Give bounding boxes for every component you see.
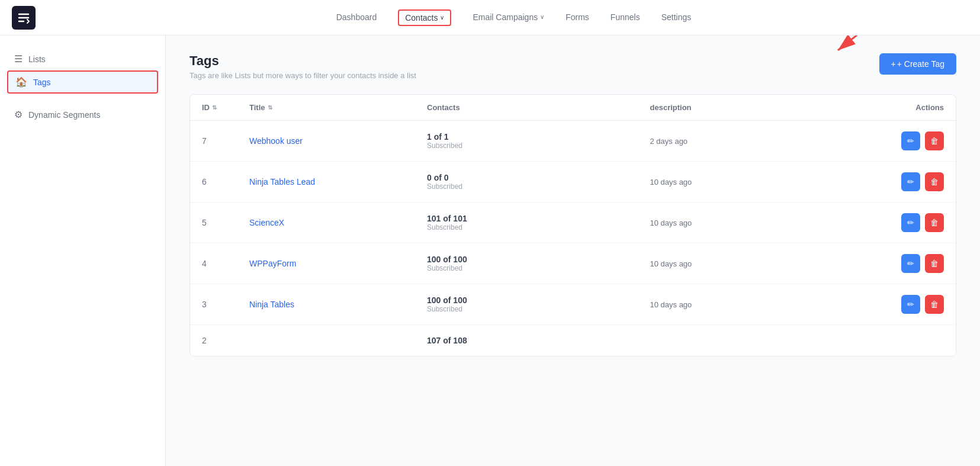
contacts-count: 1 of 1 <box>427 132 650 142</box>
create-btn-container: + + Create Tag <box>879 53 956 75</box>
row-actions: ✏ 🗑 <box>873 254 944 273</box>
row-id: 7 <box>202 136 249 146</box>
row-id: 6 <box>202 177 249 187</box>
nav-funnels[interactable]: Funnels <box>611 12 640 23</box>
col-title: Title ⇅ <box>249 103 427 112</box>
contacts-sub: Subscribed <box>427 305 650 313</box>
contacts-sub: Subscribed <box>427 264 650 272</box>
row-contacts: 101 of 101 Subscribed <box>427 214 650 232</box>
row-actions: ✏ 🗑 <box>873 295 944 314</box>
page-title: Tags <box>189 53 416 69</box>
row-id: 5 <box>202 218 249 227</box>
nav-email-campaigns[interactable]: Email Campaigns ∨ <box>473 12 544 23</box>
edit-button[interactable]: ✏ <box>901 295 920 314</box>
email-campaigns-chevron-icon: ∨ <box>540 14 544 20</box>
tags-icon: 🏠 <box>15 76 27 88</box>
delete-button[interactable]: 🗑 <box>925 213 944 232</box>
contacts-chevron-icon: ∨ <box>440 14 444 21</box>
row-contacts: 100 of 100 Subscribed <box>427 255 650 272</box>
row-id: 2 <box>202 336 249 345</box>
top-navigation: Dashboard Contacts ∨ Email Campaigns ∨ F… <box>0 0 980 36</box>
contacts-count: 0 of 0 <box>427 173 650 182</box>
create-tag-plus-icon: + <box>891 59 896 69</box>
table-row: 6 Ninja Tables Lead 0 of 0 Subscribed 10… <box>190 162 956 203</box>
arrow-annotation: + + Create Tag <box>879 53 956 75</box>
contacts-count: 100 of 100 <box>427 255 650 264</box>
table-row: 3 Ninja Tables 100 of 100 Subscribed 10 … <box>190 284 956 325</box>
row-contacts: 100 of 100 Subscribed <box>427 295 650 313</box>
row-title[interactable]: Ninja Tables Lead <box>249 177 427 187</box>
page-title-section: Tags Tags are like Lists but more ways t… <box>189 53 416 80</box>
sidebar-item-tags[interactable]: 🏠 Tags <box>7 70 158 94</box>
row-contacts: 0 of 0 Subscribed <box>427 173 650 191</box>
row-description: 10 days ago <box>650 218 873 227</box>
edit-button[interactable]: ✏ <box>901 254 920 273</box>
row-id: 4 <box>202 259 249 268</box>
nav-links: Dashboard Contacts ∨ Email Campaigns ∨ F… <box>59 9 968 26</box>
app-logo[interactable] <box>12 6 36 30</box>
table-header: ID ⇅ Title ⇅ Contacts description Action… <box>190 95 956 121</box>
delete-button[interactable]: 🗑 <box>925 295 944 314</box>
red-arrow-svg <box>826 36 873 56</box>
row-id: 3 <box>202 300 249 309</box>
table-row: 7 Webhook user 1 of 1 Subscribed 2 days … <box>190 121 956 162</box>
row-title[interactable]: Ninja Tables <box>249 300 427 309</box>
page-layout: ☰ Lists 🏠 Tags ⚙ Dynamic Segments Tags T… <box>0 36 980 466</box>
row-actions: ✏ 🗑 <box>873 213 944 232</box>
page-header: Tags Tags are like Lists but more ways t… <box>189 53 956 80</box>
sidebar-item-dynamic-segments-label: Dynamic Segments <box>28 110 100 120</box>
contacts-count: 107 of 108 <box>427 336 650 345</box>
lists-icon: ☰ <box>14 53 23 65</box>
main-content: Tags Tags are like Lists but more ways t… <box>166 36 980 466</box>
row-contacts: 107 of 108 <box>427 336 650 345</box>
nav-dashboard[interactable]: Dashboard <box>336 12 377 23</box>
row-title[interactable]: WPPayForm <box>249 259 427 268</box>
edit-button[interactable]: ✏ <box>901 213 920 232</box>
col-id: ID ⇅ <box>202 103 249 112</box>
col-description: description <box>650 103 873 112</box>
dynamic-segments-icon: ⚙ <box>14 109 23 120</box>
row-actions: ✏ 🗑 <box>873 131 944 150</box>
title-sort-icon[interactable]: ⇅ <box>268 104 272 111</box>
row-description: 10 days ago <box>650 259 873 268</box>
contacts-count: 101 of 101 <box>427 214 650 223</box>
row-description: 2 days ago <box>650 137 873 146</box>
col-contacts: Contacts <box>427 103 650 112</box>
row-actions: ✏ 🗑 <box>873 172 944 191</box>
table-row-partial: 2 107 of 108 <box>190 325 956 356</box>
table-row: 5 ScienceX 101 of 101 Subscribed 10 days… <box>190 203 956 243</box>
row-description: 10 days ago <box>650 300 873 309</box>
row-title[interactable]: ScienceX <box>249 218 427 227</box>
sidebar-item-lists[interactable]: ☰ Lists <box>0 47 165 70</box>
edit-button[interactable]: ✏ <box>901 172 920 191</box>
id-sort-icon[interactable]: ⇅ <box>212 104 217 111</box>
delete-button[interactable]: 🗑 <box>925 254 944 273</box>
row-description: 10 days ago <box>650 178 873 187</box>
page-subtitle: Tags are like Lists but more ways to fil… <box>189 71 416 80</box>
nav-forms[interactable]: Forms <box>565 12 589 23</box>
col-actions: Actions <box>873 103 944 112</box>
row-title[interactable]: Webhook user <box>249 136 427 146</box>
delete-button[interactable]: 🗑 <box>925 172 944 191</box>
contacts-count: 100 of 100 <box>427 295 650 305</box>
contacts-sub: Subscribed <box>427 142 650 150</box>
row-contacts: 1 of 1 Subscribed <box>427 132 650 150</box>
contacts-sub: Subscribed <box>427 182 650 191</box>
nav-contacts[interactable]: Contacts ∨ <box>398 9 451 26</box>
sidebar-item-dynamic-segments[interactable]: ⚙ Dynamic Segments <box>0 103 165 126</box>
sidebar-item-lists-label: Lists <box>28 54 46 64</box>
table-row: 4 WPPayForm 100 of 100 Subscribed 10 day… <box>190 243 956 284</box>
tags-table: ID ⇅ Title ⇅ Contacts description Action… <box>189 94 956 356</box>
edit-button[interactable]: ✏ <box>901 131 920 150</box>
contacts-sub: Subscribed <box>427 223 650 232</box>
nav-settings[interactable]: Settings <box>661 12 692 23</box>
svg-line-1 <box>838 36 867 50</box>
sidebar: ☰ Lists 🏠 Tags ⚙ Dynamic Segments <box>0 36 166 466</box>
create-tag-button[interactable]: + + Create Tag <box>879 53 956 75</box>
create-tag-label: + Create Tag <box>897 59 944 69</box>
delete-button[interactable]: 🗑 <box>925 131 944 150</box>
sidebar-item-tags-label: Tags <box>33 78 51 87</box>
